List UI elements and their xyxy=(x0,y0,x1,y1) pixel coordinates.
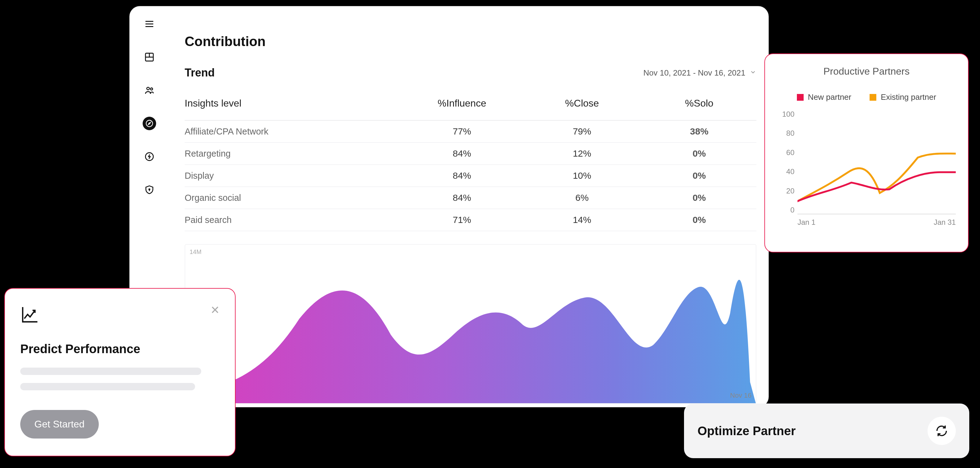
refresh-button[interactable] xyxy=(928,417,956,445)
compass-icon[interactable] xyxy=(143,117,156,130)
cell-influence: 77% xyxy=(402,120,522,142)
cell-solo: 38% xyxy=(642,120,756,142)
y-tick: 0 xyxy=(791,206,794,214)
table-row: Display84%10%0% xyxy=(185,165,756,187)
predict-title: Predict Performance xyxy=(20,342,220,356)
line-chart-icon xyxy=(20,305,40,326)
table-row: Organic social84%6%0% xyxy=(185,187,756,209)
productive-partners-card: Productive Partners New partner Existing… xyxy=(764,53,969,252)
insights-table: Insights level %Influence %Close %Solo A… xyxy=(185,94,756,231)
table-row: Affiliate/CPA Network77%79%38% xyxy=(185,120,756,142)
row-label: Retargeting xyxy=(185,142,402,165)
legend-new-label: New partner xyxy=(808,93,851,102)
cell-influence: 84% xyxy=(402,165,522,187)
line-existing-partner xyxy=(797,153,956,201)
pp-line-chart: 100806040200 Jan 1 Jan 31 xyxy=(777,110,956,227)
get-started-button[interactable]: Get Started xyxy=(20,410,99,439)
row-label: Affiliate/CPA Network xyxy=(185,120,402,142)
y-tick: 20 xyxy=(786,187,794,195)
menu-icon[interactable] xyxy=(143,17,156,31)
svg-point-11 xyxy=(149,189,150,190)
col-influence: %Influence xyxy=(402,94,522,120)
cell-solo: 0% xyxy=(642,187,756,209)
y-tick: 40 xyxy=(786,168,794,176)
table-row: Paid search71%14%0% xyxy=(185,209,756,231)
cell-influence: 71% xyxy=(402,209,522,231)
dashboard-icon[interactable] xyxy=(143,50,156,64)
page-title: Contribution xyxy=(185,34,756,49)
legend-new-partner: New partner xyxy=(797,93,851,102)
cell-close: 10% xyxy=(522,165,642,187)
productive-partners-title: Productive Partners xyxy=(777,66,956,77)
y-tick: 100 xyxy=(782,110,794,118)
cell-close: 12% xyxy=(522,142,642,165)
row-label: Paid search xyxy=(185,209,402,231)
area-chart-xend: Nov 16 xyxy=(730,391,751,399)
close-icon[interactable]: ✕ xyxy=(210,305,220,316)
shield-icon[interactable] xyxy=(143,183,156,196)
legend-existing-partner: Existing partner xyxy=(870,93,936,102)
svg-marker-9 xyxy=(148,123,151,125)
chevron-down-icon xyxy=(749,68,756,78)
date-range-picker[interactable]: Nov 10, 2021 - Nov 16, 2021 xyxy=(644,68,756,78)
col-close: %Close xyxy=(522,94,642,120)
date-range-label: Nov 10, 2021 - Nov 16, 2021 xyxy=(644,68,745,78)
col-solo: %Solo xyxy=(642,94,756,120)
y-tick: 60 xyxy=(786,149,794,157)
skeleton-line xyxy=(20,383,195,390)
cell-solo: 0% xyxy=(642,142,756,165)
cell-close: 79% xyxy=(522,120,642,142)
predict-performance-card: ✕ Predict Performance Get Started xyxy=(4,288,235,456)
optimize-title: Optimize Partner xyxy=(697,424,795,438)
row-label: Organic social xyxy=(185,187,402,209)
col-insights-level: Insights level xyxy=(185,94,402,120)
cell-solo: 0% xyxy=(642,209,756,231)
users-icon[interactable] xyxy=(143,83,156,97)
cell-close: 14% xyxy=(522,209,642,231)
svg-point-6 xyxy=(147,87,150,90)
content-area: Contribution Trend Nov 10, 2021 - Nov 16… xyxy=(185,34,756,398)
row-label: Display xyxy=(185,165,402,187)
y-tick: 80 xyxy=(786,129,794,137)
cell-solo: 0% xyxy=(642,165,756,187)
pp-x-end: Jan 31 xyxy=(934,218,956,227)
legend-existing-label: Existing partner xyxy=(881,93,936,102)
trend-area-chart: 14M Nov 16 xyxy=(185,244,756,404)
bolt-icon[interactable] xyxy=(143,150,156,163)
pp-legend: New partner Existing partner xyxy=(777,93,956,102)
swatch-pink-icon xyxy=(797,94,803,101)
svg-point-7 xyxy=(151,88,153,90)
skeleton-line xyxy=(20,367,201,375)
cell-influence: 84% xyxy=(402,187,522,209)
trend-heading: Trend xyxy=(185,66,215,79)
swatch-orange-icon xyxy=(870,94,876,101)
cell-influence: 84% xyxy=(402,142,522,165)
table-row: Retargeting84%12%0% xyxy=(185,142,756,165)
cell-close: 6% xyxy=(522,187,642,209)
pp-x-start: Jan 1 xyxy=(797,218,816,227)
optimize-partner-card: Optimize Partner xyxy=(684,404,969,458)
